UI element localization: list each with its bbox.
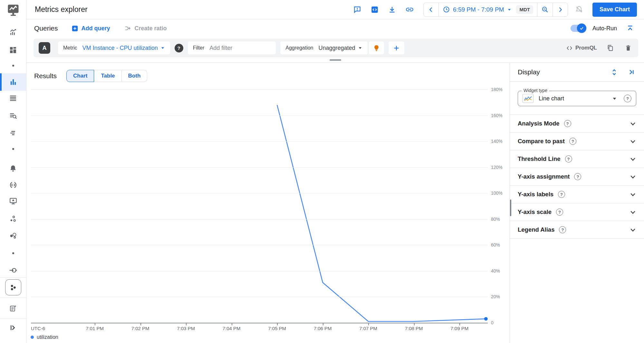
section-label: Y-axis labels [518,191,553,198]
help-icon[interactable]: ? [559,226,566,233]
section-label: Legend Alias [518,226,554,233]
section-label: Y-axis scale [518,209,552,216]
monitoring-logo-icon [0,3,26,17]
y-axis-tick-label: 20% [491,294,500,299]
aggregation-selector[interactable]: Aggregation Unaggregated [280,42,367,54]
section-y-axis-assignment[interactable]: Y-axis assignment ? [510,168,644,186]
stacked-bars-icon [9,129,17,137]
aggregation-value-text: Unaggregated [319,45,355,51]
sidebar [0,0,26,343]
sidebar-divider [0,298,26,298]
display-sections: Analysis Mode ? Compare to past ? Thresh… [510,115,644,239]
section-compare-to-past[interactable]: Compare to past ? [510,133,644,150]
sidebar-item-metrics-explorer[interactable] [0,73,26,91]
sidebar-item-integrations[interactable] [0,228,26,243]
section-legend-alias[interactable]: Legend Alias ? [510,221,644,239]
sidebar-item-release-notes[interactable] [0,301,26,316]
sidebar-item-more-1[interactable] [0,58,26,73]
suggestion-button[interactable] [369,42,384,54]
create-ratio-label: Create ratio [135,25,167,32]
skip-right-icon [628,68,635,76]
sidebar-item-dashboards[interactable] [0,42,26,58]
time-range-selector: 6:59 PM - 7:09 PM MDT [423,3,568,17]
metric-selector[interactable]: Metric VM Instance - CPU utilization [58,42,170,54]
dot-icon [12,148,14,150]
chevron-down-icon [629,190,637,199]
sidebar-item-uptime-checks[interactable] [0,193,26,209]
dot-icon [12,65,14,67]
help-icon[interactable]: ? [558,191,565,198]
help-icon[interactable]: ? [569,138,576,145]
timezone-badge: MDT [516,5,533,14]
resize-handle[interactable] [330,59,341,61]
sidebar-item-slo[interactable] [0,177,26,193]
filter-input[interactable] [209,45,271,51]
y-axis-tick-label: 60% [491,242,500,247]
panel-scrollbar[interactable] [510,199,511,216]
metric-help-button[interactable]: ? [175,44,183,52]
time-range-dropdown[interactable]: 6:59 PM - 7:09 PM MDT [438,3,537,16]
section-y-axis-scale[interactable]: Y-axis scale ? [510,203,644,221]
trash-icon [625,44,632,51]
sidebar-divider [0,319,26,319]
gridline [31,116,488,116]
alerting-disabled-button[interactable] [573,4,585,16]
download-button[interactable] [386,4,398,16]
display-panel: Display Widget type Li [510,63,644,343]
feedback-button[interactable] [351,4,363,16]
metric-value-text: VM Instance - CPU utilization [82,45,158,51]
collapse-all-button[interactable] [624,22,636,34]
x-axis-tick [232,323,232,325]
aggregation-value[interactable]: Unaggregated [319,45,362,51]
time-back-button[interactable] [424,3,438,16]
y-axis-tick-label: 180% [491,87,503,92]
notes-sparkle-icon [9,304,17,312]
code-brackets-icon [566,45,573,51]
plus-icon [393,45,400,51]
widget-type-dropdown[interactable]: Widget type Line chart ? [518,91,636,106]
x-axis-tick [277,323,278,325]
delete-query-button[interactable] [623,43,633,53]
section-label: Compare to past [518,138,565,145]
sidebar-item-settings[interactable] [0,263,26,278]
clock-icon [443,6,450,13]
create-ratio-button[interactable]: Create ratio [124,25,167,32]
filter-field[interactable]: Filter [188,42,276,54]
sidebar-item-gke-clusters[interactable] [0,279,26,296]
embed-code-button[interactable] [369,4,381,16]
arrow-into-circle-icon [9,266,17,274]
add-query-button[interactable]: Add query [72,25,110,32]
section-analysis-mode[interactable]: Analysis Mode ? [510,115,644,133]
metric-value[interactable]: VM Instance - CPU utilization [82,45,165,51]
chevron-down-icon [629,226,637,234]
section-y-axis-labels[interactable]: Y-axis labels ? [510,186,644,203]
help-icon[interactable]: ? [574,173,581,180]
auto-run-toggle[interactable] [571,25,585,32]
line-chart[interactable]: UTC-6 utilization 020%40%60%80%100%120%1… [26,63,510,343]
sidebar-item-overview[interactable] [0,24,26,40]
sidebar-item-trace[interactable] [0,125,26,141]
sidebar-expand-button[interactable] [0,320,26,335]
promql-button[interactable]: PromQL [566,45,597,51]
sidebar-item-groups[interactable] [0,211,26,227]
time-zoom-out-button[interactable] [537,3,553,16]
add-filter-row-button[interactable] [389,42,404,54]
sidebar-item-log-search[interactable] [0,108,26,124]
sidebar-item-logs[interactable] [0,90,26,106]
sidebar-item-more-3[interactable] [0,246,26,261]
help-icon[interactable]: ? [556,209,563,216]
help-icon[interactable]: ? [564,120,571,127]
expand-sections-button[interactable] [609,67,619,77]
sidebar-item-alerting[interactable] [0,161,26,176]
collapse-panel-button[interactable] [627,67,636,77]
duplicate-query-button[interactable] [605,43,615,53]
widget-type-help-button[interactable]: ? [624,95,631,102]
time-forward-button[interactable] [553,3,568,16]
three-circles-icon [9,215,17,223]
section-threshold-line[interactable]: Threshold Line ? [510,150,644,168]
save-chart-button[interactable]: Save Chart [592,3,637,17]
legend-color-dot [31,336,34,339]
help-icon[interactable]: ? [565,155,572,162]
sidebar-item-more-2[interactable] [0,141,26,157]
get-link-button[interactable] [403,4,416,16]
